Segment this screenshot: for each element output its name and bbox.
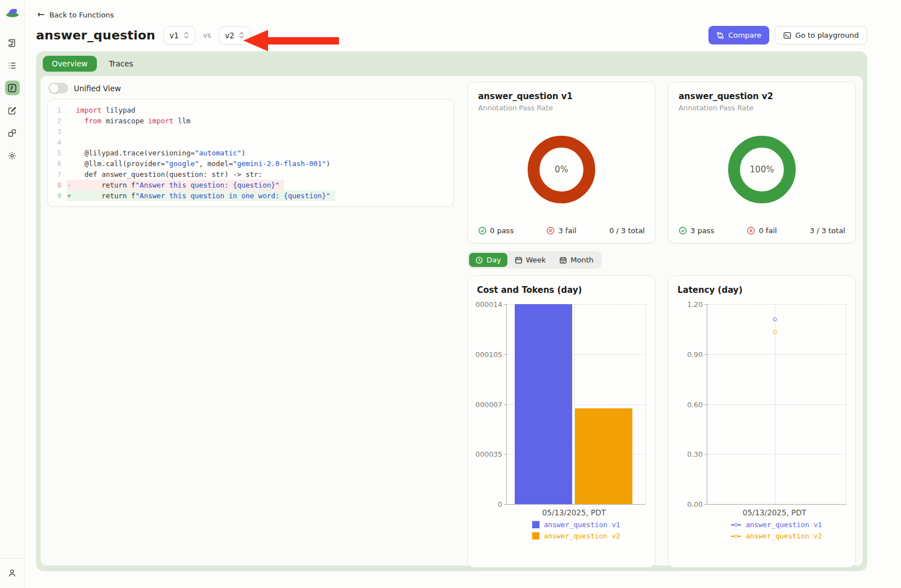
y-tick-label: 0.60 — [687, 400, 703, 408]
code-lines: 1 import lilypad2 from mirascope import … — [48, 105, 453, 201]
code-line: 1 import lilypad — [48, 105, 453, 115]
y-tick-label: 0.90 — [687, 350, 703, 358]
legend-swatch-icon — [532, 521, 539, 528]
data-point-v1 — [773, 317, 777, 321]
compare-label: Compare — [728, 31, 761, 39]
y-tick-label: 0.30 — [687, 450, 703, 458]
unified-view-label: Unified View — [74, 84, 121, 93]
calendar-icon — [515, 256, 523, 264]
legend-label: answer_question v1 — [544, 520, 620, 529]
plot-area: 1.200.900.600.300.00 — [707, 304, 846, 505]
main-content: ← Back to Functions answer_question v1 v… — [25, 0, 901, 588]
chart-title: Latency (day) — [677, 285, 846, 295]
period-day-label: Day — [487, 256, 501, 264]
check-circle-icon — [679, 226, 687, 235]
pass-rate-donut-v2: 100% — [728, 136, 796, 203]
unified-view-row: Unified View — [48, 83, 454, 93]
playground-label: Go to playground — [795, 31, 859, 39]
tab-overview[interactable]: Overview — [43, 56, 97, 72]
clock-icon — [475, 256, 483, 264]
metrics-column: answer_question v1 Annotation Pass Rate … — [467, 82, 856, 560]
legend-item: answer_question v2 — [532, 532, 620, 540]
version-select-left[interactable]: v1 — [163, 26, 195, 44]
cost-tokens-chart-card: Cost and Tokens (day) 000014000105000007… — [467, 275, 655, 568]
bar-v2 — [575, 408, 633, 504]
calendar-icon — [559, 256, 567, 264]
back-label: Back to Functions — [49, 11, 114, 19]
functions-icon[interactable] — [5, 81, 20, 95]
y-tick-label: 000105 — [475, 350, 502, 358]
lilypad-logo-icon[interactable] — [5, 5, 20, 19]
chart-cards: Cost and Tokens (day) 000014000105000007… — [467, 275, 856, 568]
period-week-label: Week — [526, 256, 546, 264]
x-circle-icon — [546, 226, 555, 235]
code-diff-editor[interactable]: 1 import lilypad2 from mirascope import … — [47, 99, 454, 207]
code-line: 2 from mirascope import llm — [48, 115, 453, 126]
back-to-functions-link[interactable]: ← Back to Functions — [37, 10, 114, 19]
donut-percent: 100% — [750, 164, 774, 175]
app-root: ← Back to Functions answer_question v1 v… — [0, 0, 901, 588]
y-tick-label: 1.20 — [687, 300, 703, 309]
user-icon[interactable] — [5, 565, 20, 580]
code-line: 5 @lilypad.trace(versioning="automatic") — [48, 148, 453, 158]
period-week-button[interactable]: Week — [509, 253, 552, 267]
cost-tokens-chart: 000014000105000007000035005/13/2025, PDT… — [477, 304, 646, 541]
back-arrow-icon: ← — [37, 10, 44, 19]
legend-marker-icon — [731, 534, 741, 538]
traces-icon[interactable] — [5, 35, 20, 50]
total-count: 0 / 3 total — [609, 226, 645, 235]
pass-rate-donut-v1: 0% — [528, 136, 595, 203]
version-select-right[interactable]: v2 — [218, 26, 251, 44]
card-title: answer_question v1 — [478, 91, 645, 101]
code-line: 4 — [48, 137, 453, 148]
pass-count: 3 pass — [690, 226, 714, 235]
bar-v1 — [515, 304, 573, 504]
fail-count: 0 fail — [759, 226, 777, 235]
tab-traces[interactable]: Traces — [100, 56, 142, 72]
check-circle-icon — [478, 226, 487, 235]
period-segmented-control: Day Week Month — [467, 251, 601, 269]
legend-label: answer_question v2 — [746, 532, 822, 540]
code-line: 3 — [48, 126, 453, 137]
period-day-button[interactable]: Day — [469, 253, 507, 267]
sidebar — [0, 0, 25, 588]
blocks-icon[interactable] — [5, 126, 20, 140]
period-month-label: Month — [570, 256, 594, 264]
version-left-value: v1 — [170, 31, 179, 40]
fail-count: 3 fail — [558, 226, 576, 235]
period-row: Day Week Month — [467, 251, 856, 269]
period-month-button[interactable]: Month — [553, 253, 600, 267]
overview-panel: Unified View 1 import lilypad2 from mira… — [41, 76, 863, 565]
latency-chart: 1.200.900.600.300.0005/13/2025, PDTanswe… — [677, 304, 846, 541]
title-actions: Compare Go to playground — [708, 26, 867, 44]
pass-rate-card-v1: answer_question v1 Annotation Pass Rate … — [467, 82, 655, 243]
compare-button[interactable]: Compare — [708, 26, 769, 44]
gridline — [707, 454, 846, 455]
sidebar-nav — [5, 35, 20, 163]
plot-area: 0000140001050000070000350 — [506, 304, 646, 505]
unified-view-toggle[interactable] — [48, 83, 68, 93]
title-row: answer_question v1 vs v2 — [36, 26, 867, 44]
annotations-icon[interactable] — [5, 103, 20, 118]
settings-icon[interactable] — [5, 148, 20, 163]
pass-rate-card-v2: answer_question v2 Annotation Pass Rate … — [668, 82, 856, 243]
code-line: 9+ return f"Answer this question in one … — [48, 190, 453, 201]
x-axis-label: 05/13/2025, PDT — [542, 508, 606, 517]
list-icon[interactable] — [5, 58, 20, 73]
card-subtitle: Annotation Pass Rate — [478, 104, 645, 112]
code-column: Unified View 1 import lilypad2 from mira… — [47, 82, 454, 560]
sidebar-footer — [0, 558, 24, 588]
card-subtitle: Annotation Pass Rate — [679, 104, 845, 112]
gridline — [645, 304, 646, 504]
chart-legend: answer_question v1answer_question v2 — [532, 520, 620, 540]
go-to-playground-button[interactable]: Go to playground — [775, 26, 867, 44]
gridline — [707, 404, 846, 405]
code-line: 6 @llm.call(provider="google", model="ge… — [48, 158, 453, 169]
tab-bar: Overview Traces — [36, 51, 867, 76]
vs-label: vs — [203, 31, 211, 39]
overview-container: Overview Traces Unified View 1 import li… — [36, 51, 867, 571]
chevron-updown-icon — [239, 32, 244, 39]
latency-chart-card: Latency (day) 1.200.900.600.300.0005/13/… — [668, 275, 856, 568]
total-count: 3 / 3 total — [810, 226, 845, 235]
code-line: 8- return f"Answer this question: {quest… — [48, 180, 453, 190]
